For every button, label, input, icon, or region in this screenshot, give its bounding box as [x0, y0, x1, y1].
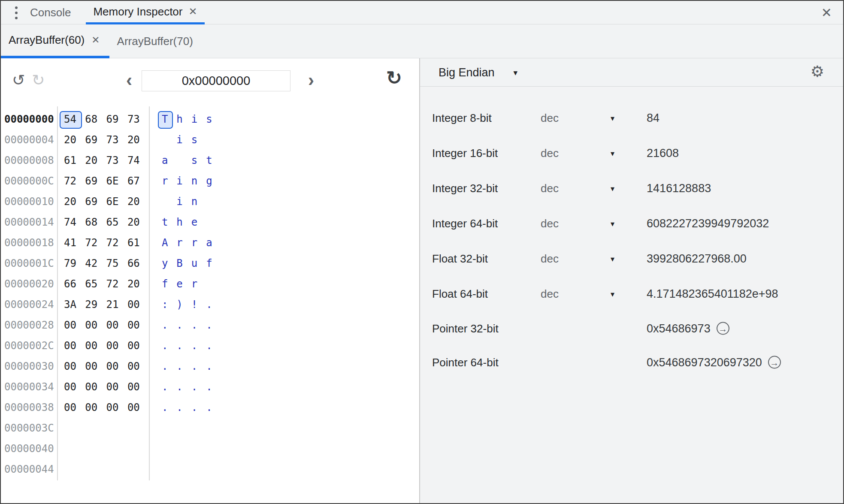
ascii-cell[interactable]: f	[157, 274, 172, 294]
byte-cell[interactable]: 29	[85, 294, 106, 315]
byte-cell[interactable]: 65	[85, 274, 106, 294]
gear-icon[interactable]: ⚙	[811, 64, 824, 79]
byte-cell[interactable]: 69	[85, 171, 106, 191]
ascii-cell[interactable]: e	[187, 212, 202, 232]
byte-cell[interactable]: 72	[85, 232, 106, 253]
byte-cell[interactable]: 00	[106, 377, 127, 397]
ascii-cell[interactable]: !	[187, 294, 202, 315]
buffer-tab[interactable]: ArrayBuffer(60)✕	[1, 24, 109, 58]
byte-cell[interactable]: 00	[64, 356, 85, 377]
ascii-cell[interactable]: .	[202, 356, 216, 377]
ascii-cell[interactable]: a	[202, 232, 216, 253]
byte-cell[interactable]: 6E	[106, 191, 127, 212]
byte-cell[interactable]: 73	[127, 109, 148, 130]
chevron-left-icon[interactable]: ‹	[126, 71, 132, 89]
byte-cell[interactable]: 61	[64, 150, 85, 171]
ascii-cell[interactable]: .	[157, 315, 172, 335]
byte-cell[interactable]: 20	[64, 130, 85, 150]
close-drawer-button[interactable]: ✕	[821, 4, 832, 21]
chevron-right-icon[interactable]: ›	[308, 71, 314, 89]
ascii-cell[interactable]: B	[172, 253, 187, 274]
ascii-cell[interactable]	[202, 130, 216, 150]
ascii-cell[interactable]: g	[202, 171, 216, 191]
byte-cell[interactable]: 00	[64, 397, 85, 418]
ascii-cell[interactable]: r	[172, 232, 187, 253]
byte-cell[interactable]: 20	[127, 274, 148, 294]
byte-cell[interactable]: 00	[127, 377, 148, 397]
byte-cell[interactable]: 00	[64, 377, 85, 397]
byte-cell[interactable]: 00	[127, 397, 148, 418]
ascii-cell[interactable]: .	[157, 377, 172, 397]
ascii-cell[interactable]: s	[202, 109, 216, 130]
jump-to-address-icon[interactable]: →	[717, 322, 729, 335]
ascii-cell[interactable]: t	[157, 212, 172, 232]
byte-cell[interactable]: 00	[106, 315, 127, 335]
byte-cell[interactable]: 72	[64, 171, 85, 191]
endianness-select[interactable]: Big Endian ▾	[439, 58, 517, 87]
ascii-cell[interactable]: .	[172, 397, 187, 418]
ascii-cell[interactable]: y	[157, 253, 172, 274]
ascii-cell[interactable]: n	[187, 191, 202, 212]
ascii-cell[interactable]: A	[157, 232, 172, 253]
byte-cell[interactable]: 21	[106, 294, 127, 315]
byte-cell[interactable]: 69	[85, 130, 106, 150]
byte-cell[interactable]: 75	[106, 253, 127, 274]
byte-cell[interactable]: 65	[106, 212, 127, 232]
ascii-cell[interactable]: r	[157, 171, 172, 191]
close-icon[interactable]: ✕	[91, 35, 100, 45]
ascii-cell[interactable]: .	[187, 377, 202, 397]
ascii-cell[interactable]: .	[172, 315, 187, 335]
ascii-cell[interactable]: h	[172, 109, 187, 130]
ascii-cell[interactable]: u	[187, 253, 202, 274]
ascii-cell[interactable]: :	[157, 294, 172, 315]
ascii-cell[interactable]	[202, 212, 216, 232]
byte-cell[interactable]: 20	[64, 191, 85, 212]
ascii-cell[interactable]: i	[187, 109, 202, 130]
format-select[interactable]: dec▾	[541, 287, 614, 301]
ascii-cell[interactable]: .	[187, 356, 202, 377]
ascii-cell[interactable]: f	[202, 253, 216, 274]
byte-cell[interactable]: 68	[85, 212, 106, 232]
byte-cell[interactable]: 00	[106, 356, 127, 377]
byte-cell[interactable]: 00	[127, 356, 148, 377]
byte-cell[interactable]: 00	[106, 335, 127, 356]
kebab-menu-icon[interactable]	[12, 6, 21, 19]
byte-cell[interactable]: 68	[85, 109, 106, 130]
byte-cell[interactable]: 3A	[64, 294, 85, 315]
byte-cell[interactable]: 69	[85, 191, 106, 212]
ascii-cell[interactable]: s	[187, 130, 202, 150]
byte-cell[interactable]: 00	[106, 397, 127, 418]
byte-cell[interactable]: 42	[85, 253, 106, 274]
ascii-cell[interactable]	[157, 191, 172, 212]
ascii-cell[interactable]: .	[202, 315, 216, 335]
byte-cell[interactable]: 20	[127, 191, 148, 212]
close-icon[interactable]: ✕	[188, 6, 197, 17]
byte-cell[interactable]: 00	[64, 335, 85, 356]
address-input[interactable]	[142, 70, 290, 91]
refresh-icon[interactable]: ↻	[386, 69, 402, 88]
byte-cell[interactable]: 54	[64, 109, 85, 130]
byte-cell[interactable]: 66	[127, 253, 148, 274]
ascii-cell[interactable]: s	[187, 150, 202, 171]
ascii-cell[interactable]: e	[172, 274, 187, 294]
ascii-cell[interactable]: .	[187, 335, 202, 356]
buffer-tab[interactable]: ArrayBuffer(70)	[109, 24, 203, 58]
byte-cell[interactable]: 72	[106, 232, 127, 253]
byte-cell[interactable]: 74	[127, 150, 148, 171]
byte-cell[interactable]: 61	[127, 232, 148, 253]
ascii-cell[interactable]: .	[202, 377, 216, 397]
ascii-cell[interactable]: )	[172, 294, 187, 315]
ascii-cell[interactable]: T	[157, 109, 172, 130]
byte-cell[interactable]: 20	[127, 130, 148, 150]
ascii-cell[interactable]: n	[187, 171, 202, 191]
ascii-cell[interactable]: .	[157, 335, 172, 356]
byte-cell[interactable]: 00	[85, 356, 106, 377]
byte-cell[interactable]: 66	[64, 274, 85, 294]
ascii-cell[interactable]	[172, 150, 187, 171]
ascii-cell[interactable]: .	[187, 315, 202, 335]
ascii-cell[interactable]	[157, 130, 172, 150]
byte-cell[interactable]: 73	[106, 150, 127, 171]
byte-cell[interactable]: 00	[127, 315, 148, 335]
ascii-cell[interactable]: .	[157, 397, 172, 418]
byte-cell[interactable]: 00	[85, 335, 106, 356]
